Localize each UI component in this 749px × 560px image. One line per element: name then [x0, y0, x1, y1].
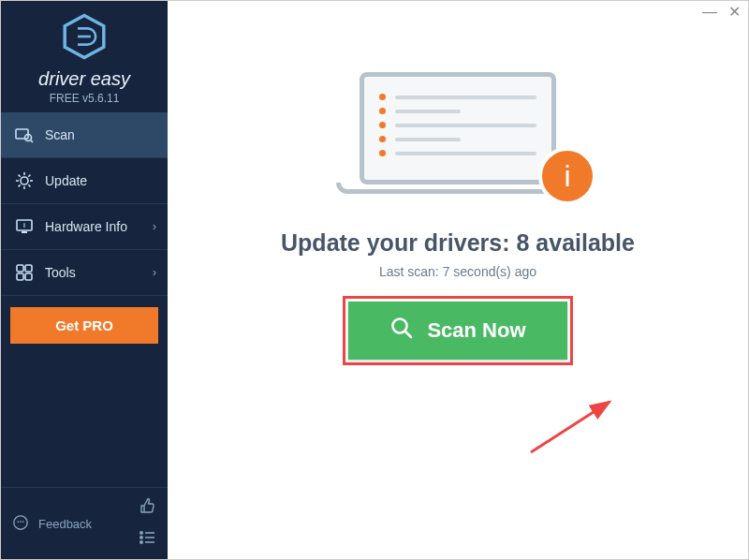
- svg-line-10: [19, 175, 21, 177]
- svg-point-29: [140, 541, 142, 543]
- get-pro-label: Get PRO: [55, 317, 113, 333]
- chevron-right-icon: ›: [153, 220, 156, 233]
- svg-point-25: [140, 532, 142, 534]
- list-icon[interactable]: [138, 528, 156, 550]
- close-button[interactable]: ✕: [728, 5, 741, 20]
- logo-block: driver easy FREE v5.6.11: [1, 1, 168, 112]
- sidebar: driver easy FREE v5.6.11 Scan Update i H…: [1, 1, 168, 559]
- sidebar-item-label: Update: [45, 173, 87, 188]
- tools-icon: [15, 263, 34, 282]
- headline: Update your drivers: 8 available: [281, 229, 635, 257]
- svg-point-27: [140, 537, 142, 538]
- svg-rect-2: [16, 129, 28, 139]
- sidebar-item-label: Hardware Info: [45, 219, 127, 234]
- feedback-label[interactable]: Feedback: [38, 517, 92, 531]
- svg-point-5: [21, 177, 28, 184]
- highlight-box: [343, 296, 572, 365]
- svg-line-4: [31, 140, 34, 143]
- laptop-illustration: i: [327, 72, 589, 203]
- sidebar-item-tools[interactable]: Tools ›: [1, 250, 168, 296]
- brand-logo-icon: [60, 12, 109, 61]
- headline-count: 8 available: [516, 229, 634, 256]
- headline-prefix: Update your drivers:: [281, 229, 516, 256]
- svg-rect-18: [25, 265, 32, 272]
- svg-point-24: [22, 521, 24, 523]
- monitor-icon: i: [15, 217, 34, 236]
- sidebar-item-update[interactable]: Update: [1, 158, 168, 204]
- svg-rect-20: [25, 273, 32, 280]
- svg-rect-17: [17, 265, 23, 272]
- gear-icon: [15, 171, 34, 190]
- annotation-arrow-icon: [523, 394, 626, 460]
- sidebar-item-hardware-info[interactable]: i Hardware Info ›: [1, 204, 168, 250]
- svg-line-33: [531, 402, 609, 452]
- svg-line-13: [28, 175, 30, 177]
- chevron-right-icon: ›: [153, 266, 156, 279]
- info-badge-icon: i: [538, 147, 596, 205]
- feedback-icon[interactable]: [12, 514, 29, 534]
- svg-point-23: [20, 521, 22, 523]
- sidebar-item-label: Scan: [45, 127, 75, 142]
- svg-line-12: [19, 184, 21, 186]
- svg-text:i: i: [23, 222, 25, 228]
- thumbs-up-icon[interactable]: [138, 497, 156, 519]
- svg-rect-19: [17, 273, 23, 280]
- svg-rect-15: [22, 231, 27, 233]
- sidebar-item-label: Tools: [45, 265, 76, 280]
- minimize-button[interactable]: —: [702, 5, 717, 20]
- last-scan-label: Last scan: 7 second(s) ago: [379, 264, 536, 279]
- get-pro-button[interactable]: Get PRO: [10, 307, 158, 344]
- svg-point-22: [17, 521, 19, 523]
- brand-name: driver easy: [1, 68, 168, 90]
- version-label: FREE v5.6.11: [1, 92, 168, 105]
- main-content: i Update your drivers: 8 available Last …: [168, 1, 748, 559]
- bottom-bar: Feedback: [1, 487, 168, 559]
- magnifier-icon: [15, 125, 34, 144]
- svg-line-11: [28, 184, 30, 186]
- sidebar-item-scan[interactable]: Scan: [1, 112, 168, 158]
